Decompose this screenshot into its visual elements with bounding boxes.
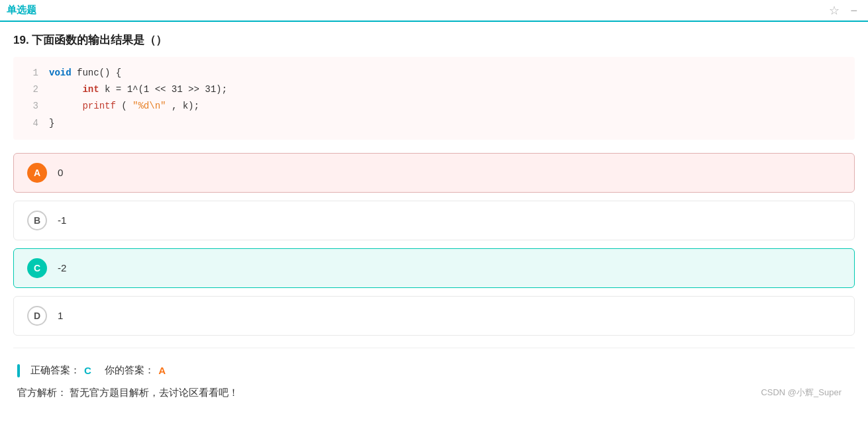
answer-section: 正确答案： C 你的答案： A — [13, 358, 855, 381]
top-bar-icons: ☆ − — [829, 5, 857, 17]
line-num-1: 1 — [20, 65, 38, 81]
option-a-text: 0 — [58, 167, 63, 178]
option-d-text: 1 — [58, 310, 63, 321]
option-d[interactable]: D 1 — [13, 296, 855, 336]
code-expr: k = 1^(1 << 31 >> 31); — [105, 84, 227, 95]
spacer — [95, 365, 101, 376]
option-d-badge: D — [27, 306, 47, 326]
star-button[interactable]: ☆ — [829, 5, 840, 17]
keyword-int: int — [82, 84, 99, 95]
option-a[interactable]: A 0 — [13, 153, 855, 193]
indent-2 — [49, 84, 77, 95]
keyword-printf: printf — [82, 101, 115, 111]
func-name: func() { — [77, 68, 121, 78]
option-b[interactable]: B -1 — [13, 201, 855, 240]
code-line-2: 2 int k = 1^(1 << 31 >> 31); — [20, 81, 841, 98]
question-type-label: 单选题 — [7, 4, 36, 17]
main-content: 19. 下面函数的输出结果是（） 1 void func() { 2 int k… — [0, 22, 868, 411]
option-c[interactable]: C -2 — [13, 248, 855, 288]
analysis-label: 官方解析： — [17, 387, 67, 399]
option-b-text: -1 — [58, 215, 66, 226]
options-section: A 0 B -1 C -2 D 1 — [13, 153, 855, 344]
your-label: 你的答案： — [105, 364, 154, 377]
minus-button[interactable]: − — [850, 5, 857, 17]
question-title: 19. 下面函数的输出结果是（） — [13, 32, 855, 48]
option-a-badge: A — [27, 163, 47, 183]
your-answer-value: A — [158, 365, 166, 376]
keyword-void: void — [49, 68, 72, 78]
format-string: "%d\n" — [133, 101, 166, 111]
code-line-3: 3 printf ( "%d\n" , k); — [20, 98, 841, 115]
answer-divider — [13, 348, 855, 348]
accent-bar — [17, 364, 20, 377]
correct-answer-value: C — [84, 365, 91, 376]
indent-3 — [49, 101, 77, 111]
code-line-1: 1 void func() { — [20, 65, 841, 81]
option-c-badge: C — [27, 258, 47, 278]
code-text-2: int k = 1^(1 << 31 >> 31); — [49, 81, 227, 98]
analysis-content: 暂无官方题目解析，去讨论区看看吧！ — [70, 387, 239, 399]
code-text-4: } — [49, 115, 54, 132]
top-bar: 单选题 ☆ − — [0, 0, 868, 22]
code-text-3: printf ( "%d\n" , k); — [49, 98, 199, 115]
line-num-4: 4 — [20, 115, 38, 132]
printf-open: ( — [121, 101, 127, 111]
correct-label: 正确答案： — [30, 364, 80, 377]
question-number: 19. — [13, 34, 32, 46]
question-text: 下面函数的输出结果是（） — [32, 34, 167, 46]
option-c-text: -2 — [58, 262, 66, 273]
code-text-1: void func() { — [49, 65, 121, 81]
line-num-3: 3 — [20, 98, 38, 115]
code-block: 1 void func() { 2 int k = 1^(1 << 31 >> … — [13, 57, 855, 140]
watermark: CSDN @小辉_Super — [761, 387, 841, 399]
official-analysis: 官方解析： 暂无官方题目解析，去讨论区看看吧！ CSDN @小辉_Super — [13, 381, 855, 405]
option-b-badge: B — [27, 211, 47, 230]
printf-close: , k); — [172, 101, 199, 111]
line-num-2: 2 — [20, 81, 38, 98]
code-line-4: 4 } — [20, 115, 841, 132]
